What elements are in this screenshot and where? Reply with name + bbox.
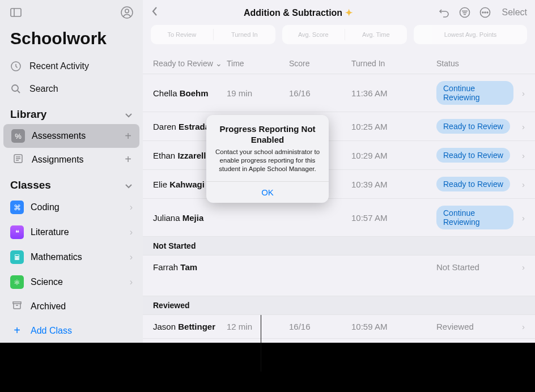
summary-card-avg[interactable]: Avg. Score Avg. Time (282, 25, 407, 44)
table-row[interactable]: Elie Kahwagi10:39 AMReady to Review› (143, 169, 535, 198)
back-button[interactable] (151, 6, 159, 19)
literature-icon: ❝ (10, 225, 24, 239)
class-label: Science (31, 277, 63, 287)
add-assessment-icon[interactable]: + (125, 130, 131, 143)
coding-icon: ⌘ (10, 201, 24, 214)
undo-icon[interactable] (438, 6, 451, 19)
add-assignment-icon[interactable]: + (125, 153, 131, 166)
app-title: Schoolwork (0, 24, 143, 55)
svg-point-5 (12, 85, 18, 91)
class-label: Archived (31, 301, 66, 312)
add-class-label: Add Class (31, 326, 72, 336)
svg-rect-0 (11, 8, 21, 16)
class-item-archived[interactable]: Archived (0, 295, 143, 318)
chevron-right-icon: › (513, 180, 525, 189)
sparkle-icon: ✦ (345, 8, 353, 18)
progress-reporting-modal: Progress Reporting Not Enabled Contact y… (206, 115, 329, 202)
archive-icon (10, 300, 24, 313)
table-row[interactable]: Chella Boehm19 min16/1611:36 AMContinue … (143, 74, 535, 112)
library-header[interactable]: Library (0, 100, 143, 124)
svg-point-3 (125, 9, 129, 12)
chevron-down-icon: ⌄ (215, 59, 222, 68)
table-row[interactable]: Daren Estrada12 min10:25 AMReady to Revi… (143, 112, 535, 140)
sidebar: Schoolwork Recent Activity Search Librar… (0, 0, 143, 343)
classes-header[interactable]: Classes (0, 171, 143, 195)
library-item-assignments[interactable]: Assignments + (3, 148, 139, 171)
page-title: Addition & Subtraction ✦ (165, 7, 431, 18)
table-row[interactable]: Brian Cook21 min15/1611:32 AMReviewed› (143, 338, 535, 343)
status-text: Not Started (436, 262, 479, 272)
summary-card-review[interactable]: To Review Turned In (151, 25, 275, 44)
svg-line-6 (18, 91, 20, 93)
chevron-right-icon: › (130, 227, 133, 237)
math-icon: 🖩 (10, 250, 24, 264)
chevron-right-icon: › (513, 322, 525, 331)
modal-message: Contact your school administrator to ena… (213, 148, 322, 173)
main-content: Addition & Subtraction ✦ Select To Revie… (143, 0, 535, 343)
chevron-down-icon (125, 108, 133, 121)
table-row[interactable]: Jason Bettinger12 min16/1610:59 AMReview… (143, 314, 535, 338)
library-item-label: Assessments (32, 131, 86, 141)
class-label: Literature (31, 227, 69, 237)
status-pill[interactable]: Continue Reviewing (436, 206, 513, 229)
chevron-down-icon (125, 179, 133, 191)
status-text: Reviewed (436, 322, 474, 331)
status-pill[interactable]: Ready to Review (436, 148, 510, 163)
class-item-coding[interactable]: ⌘ Coding › (0, 195, 143, 220)
class-item-literature[interactable]: ❝ Literature › (0, 220, 143, 245)
chevron-right-icon: › (130, 252, 133, 262)
col-header-name[interactable]: Ready to Review⌄ (153, 59, 227, 68)
chevron-right-icon: › (513, 151, 525, 160)
section-not-started: Not Started (143, 236, 535, 255)
chevron-right-icon: › (513, 213, 525, 223)
table-row[interactable]: Juliana Mejia10:57 AMContinue Reviewing› (143, 198, 535, 236)
table-row[interactable]: Farrah TamNot Started› (143, 255, 535, 279)
search-icon (10, 83, 22, 95)
callout-line (261, 315, 261, 372)
plus-icon: + (10, 324, 24, 337)
chevron-right-icon: › (513, 122, 525, 131)
class-label: Mathematics (31, 252, 82, 262)
chevron-right-icon: › (130, 277, 133, 287)
library-item-assessments[interactable]: % Assessments + (3, 124, 139, 148)
chevron-right-icon: › (130, 202, 133, 212)
col-header-time[interactable]: Time (227, 59, 289, 68)
class-label: Coding (31, 202, 60, 212)
nav-search[interactable]: Search (0, 78, 143, 100)
more-icon[interactable] (478, 6, 492, 19)
svg-rect-11 (13, 302, 21, 304)
col-header-score[interactable]: Score (289, 59, 351, 68)
nav-recent-activity[interactable]: Recent Activity (0, 55, 143, 78)
col-header-turned-in[interactable]: Turned In (351, 59, 436, 68)
svg-point-20 (487, 12, 488, 13)
science-icon: ⚛ (10, 275, 24, 289)
student-table: Ready to Review⌄ Time Score Turned In St… (143, 51, 535, 343)
modal-ok-button[interactable]: OK (206, 181, 329, 203)
section-reviewed: Reviewed (143, 296, 535, 314)
modal-title: Progress Reporting Not Enabled (213, 124, 322, 146)
svg-point-18 (482, 12, 483, 13)
svg-point-19 (485, 12, 486, 13)
clock-icon (10, 61, 22, 72)
list-icon (11, 154, 25, 166)
percent-icon: % (11, 129, 25, 143)
sidebar-toggle-icon[interactable] (9, 6, 23, 19)
col-header-status[interactable]: Status (436, 59, 513, 68)
status-pill[interactable]: Ready to Review (436, 119, 510, 134)
summary-card-lowest[interactable]: Lowest Avg. Points (414, 25, 527, 44)
select-button[interactable]: Select (499, 7, 527, 18)
add-class-button[interactable]: + Add Class (0, 318, 143, 343)
summary-cards: To Review Turned In Avg. Score Avg. Time… (143, 25, 535, 51)
table-row[interactable]: Ethan Izzarelli11 min10:29 AMReady to Re… (143, 140, 535, 169)
filter-icon[interactable] (458, 6, 472, 19)
table-header: Ready to Review⌄ Time Score Turned In St… (143, 51, 535, 74)
class-item-mathematics[interactable]: 🖩 Mathematics › (0, 245, 143, 270)
account-icon[interactable] (120, 6, 134, 19)
class-item-science[interactable]: ⚛ Science › (0, 270, 143, 295)
status-pill[interactable]: Continue Reviewing (436, 81, 513, 105)
library-item-label: Assignments (32, 155, 84, 165)
nav-label: Search (29, 84, 58, 94)
nav-label: Recent Activity (29, 61, 89, 71)
status-pill[interactable]: Ready to Review (436, 177, 510, 191)
chevron-right-icon: › (513, 88, 525, 98)
